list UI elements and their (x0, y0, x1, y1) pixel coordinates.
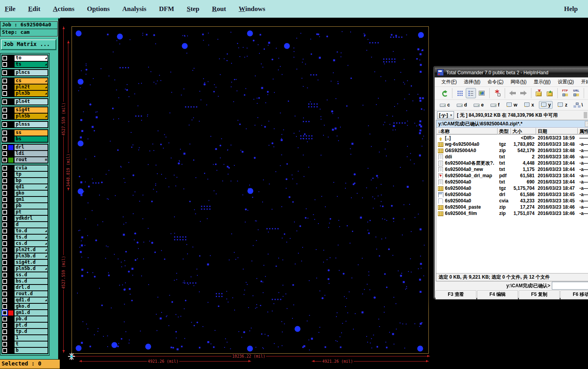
fkey-button-f3[interactable]: F3 查看 (435, 290, 476, 299)
layer-visibility-checkbox[interactable] (2, 323, 7, 328)
layer-row-gko.d[interactable]: gko.d (2, 303, 48, 310)
path-bar[interactable]: y:\CAM完成\已确认\6S925004A0.zip\*.* * ▼ (436, 120, 588, 128)
layer-row-pb.d[interactable]: pb.d (2, 316, 48, 322)
column-header-0[interactable]: ↓名称 (436, 128, 498, 134)
layer-visibility-checkbox[interactable] (2, 158, 7, 162)
layer-row-pt[interactable]: pt (2, 209, 48, 215)
layer-row-b[interactable]: b (2, 347, 48, 354)
layer-row-cvia[interactable]: cvia (2, 165, 48, 171)
drive-button-x[interactable]: x (522, 101, 536, 109)
drive-button-e[interactable]: e (472, 101, 486, 109)
layer-visibility-checkbox[interactable] (2, 260, 7, 265)
column-header-1[interactable]: 类型 (498, 128, 511, 134)
layer-row-pln2t.d[interactable]: pln2t.d◢ (2, 247, 48, 253)
layer-row-qd1[interactable]: qd1◢ (2, 184, 48, 190)
file-row[interactable]: 6s925004_filmzip1,751,0742016/03/23 18:4… (436, 210, 588, 217)
layer-visibility-checkbox[interactable] (2, 166, 7, 171)
layer-visibility-checkbox[interactable] (2, 336, 7, 340)
menu-analysis[interactable]: Analysis (121, 4, 148, 14)
layer-row-1[interactable]: 1 (2, 335, 48, 341)
job-matrix-button[interactable]: Job Matrix ... (1, 39, 56, 50)
layer-visibility-checkbox[interactable] (2, 91, 7, 96)
fkey-button-f4[interactable]: F4 编辑 (477, 290, 518, 299)
layer-visibility-checkbox[interactable] (2, 216, 7, 221)
layer-row-ts[interactable]: ts◢ (2, 61, 48, 68)
layer-visibility-checkbox[interactable] (2, 210, 7, 215)
layer-visibility-checkbox[interactable] (2, 304, 7, 309)
drive-button-f[interactable]: f (489, 101, 502, 109)
layer-row-pt.d[interactable]: pt.d (2, 322, 48, 329)
layer-visibility-checkbox[interactable] (2, 222, 7, 227)
file-row[interactable]: 6s925004a0tgz5,175,7042016/03/23 18:47-a… (436, 185, 588, 191)
layer-visibility-checkbox[interactable] (2, 266, 7, 271)
menu-dfm[interactable]: DFM (157, 4, 176, 14)
url-download-button[interactable] (571, 88, 581, 98)
layer-row-gm1.d[interactable]: gm1.d (2, 310, 48, 316)
column-header-4[interactable]: 属性 (578, 128, 588, 134)
tc-menu-M[interactable]: 选择(M) (460, 78, 484, 86)
menu-help[interactable]: Help (562, 4, 579, 14)
refresh-button[interactable] (439, 88, 450, 98)
layer-visibility-checkbox[interactable] (2, 130, 7, 135)
favorites-button[interactable] (492, 88, 502, 98)
file-row[interactable]: [..]<DIR>2016/03/23 18:59—— (436, 135, 588, 141)
layer-row-plnss[interactable]: plnss (2, 121, 48, 128)
layer-visibility-checkbox[interactable] (2, 329, 7, 334)
wildcard-button[interactable]: * (585, 121, 588, 127)
brief-view-button[interactable] (455, 88, 465, 98)
menu-edit[interactable]: Edit (26, 4, 42, 14)
layer-visibility-checkbox[interactable] (2, 197, 7, 202)
layer-row-bp[interactable]: bp (2, 178, 48, 184)
layer-visibility-checkbox[interactable] (2, 56, 7, 61)
layer-row-gm1[interactable]: gm1 (2, 196, 48, 203)
layer-visibility-checkbox[interactable] (2, 285, 7, 290)
layer-row-pln3b.d[interactable]: pln3b.d◢ (2, 253, 48, 259)
layer-visibility-checkbox[interactable] (2, 151, 7, 156)
layer-visibility-checkbox[interactable] (2, 229, 7, 233)
layer-row-ss.d[interactable]: ss.d (2, 272, 48, 278)
drive-button-y[interactable]: y (539, 101, 553, 109)
column-header-2[interactable]: 大小 (511, 128, 536, 134)
layer-visibility-checkbox[interactable] (2, 317, 7, 321)
menu-file[interactable]: File (3, 4, 17, 14)
menu-windows[interactable]: Windows (237, 4, 267, 14)
menu-options[interactable]: Options (85, 4, 111, 14)
layer-color-chip[interactable] (8, 158, 13, 163)
layer-row-t[interactable]: t (2, 341, 48, 347)
layer-row-gko[interactable]: gko (2, 190, 48, 196)
command-input[interactable] (552, 282, 588, 290)
layer-visibility-checkbox[interactable] (2, 342, 7, 347)
layer-visibility-checkbox[interactable] (2, 62, 7, 67)
file-row[interactable]: 6s925004a0drl61,5862016/03/23 18:45-a— (436, 191, 588, 198)
layer-visibility-checkbox[interactable] (2, 137, 7, 141)
layer-row-rout.d[interactable]: rout.d (2, 291, 48, 297)
dir-menu-button[interactable] (586, 88, 588, 98)
layer-row-sig4t[interactable]: sig4t (2, 107, 48, 113)
layer-color-chip[interactable] (8, 145, 13, 150)
layer-row-tp.d[interactable]: tp.d (2, 329, 48, 335)
drive-button-z[interactable]: z (555, 101, 569, 109)
unpack-button[interactable] (545, 88, 555, 98)
file-row[interactable]: 6s925004a0txt6902016/03/23 18:44-a— (436, 179, 588, 185)
file-row[interactable]: 6s925004a0_newtxt1,1752016/03/23 18:44-a… (436, 166, 588, 173)
layer-visibility-checkbox[interactable] (2, 191, 7, 196)
layer-row-to.d[interactable]: to.d◢ (2, 228, 48, 234)
ftp-connect-button[interactable] (560, 88, 570, 98)
layer-row-pln5b.d[interactable]: pln5b.d◢ (2, 266, 48, 272)
layer-row-ts.d[interactable]: ts.d◢ (2, 234, 48, 240)
pack-button[interactable] (534, 88, 544, 98)
layer-row-ldi[interactable]: ldi (2, 151, 48, 157)
drive-button-network[interactable]: \ (572, 101, 584, 109)
layer-visibility-checkbox[interactable] (2, 241, 7, 246)
layer-visibility-checkbox[interactable] (2, 204, 7, 208)
file-row[interactable]: dditxt22016/03/23 18:46-a— (436, 154, 588, 160)
layer-row-bs[interactable]: bs (2, 136, 48, 142)
tc-menu-F[interactable]: 文件(F) (438, 78, 460, 86)
drive-button-c[interactable]: c (438, 101, 452, 109)
tc-menu-N[interactable]: 网络(N) (507, 78, 530, 86)
menu-actions[interactable]: Actions (51, 4, 76, 14)
layer-row-ss[interactable]: ss (2, 130, 48, 136)
layer-visibility-checkbox[interactable] (2, 99, 7, 104)
layer-visibility-checkbox[interactable] (2, 122, 7, 127)
layer-visibility-checkbox[interactable] (2, 248, 7, 252)
